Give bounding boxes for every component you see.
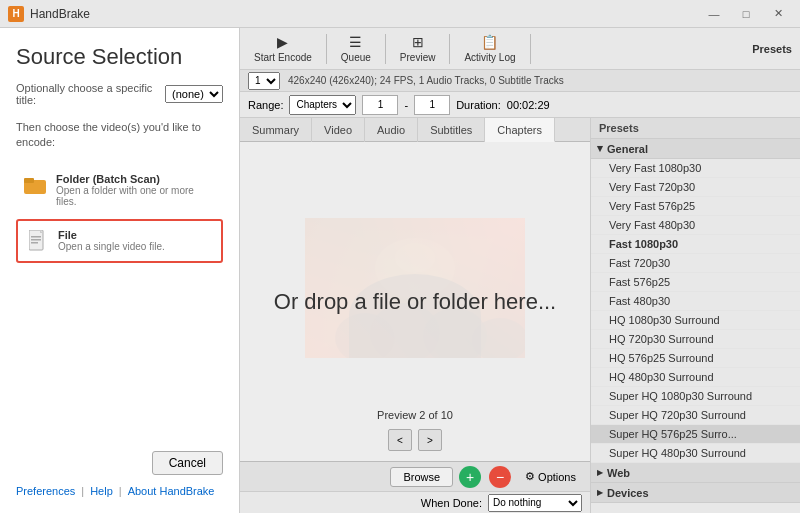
chevron-down-icon: ▾ (597, 142, 603, 155)
preset-group-general[interactable]: ▾ General (591, 139, 800, 159)
svg-rect-9 (24, 178, 34, 183)
range-type-select[interactable]: Chapters (289, 95, 356, 115)
toolbar-divider-2 (385, 34, 386, 64)
preferences-link[interactable]: Preferences (16, 485, 75, 497)
preset-fast-720p30[interactable]: Fast 720p30 (591, 254, 800, 273)
preset-group-devices[interactable]: ▸ Devices (591, 483, 800, 503)
preset-hq-480p30[interactable]: HQ 480p30 Surround (591, 368, 800, 387)
activity-log-icon: 📋 (480, 34, 500, 50)
chevron-right-icon-2: ▸ (597, 486, 603, 499)
preview-label: Preview 2 of 10 (377, 409, 453, 421)
preset-hq-1080p30[interactable]: HQ 1080p30 Surround (591, 311, 800, 330)
range-to-input[interactable] (414, 95, 450, 115)
preset-super-hq-576p25[interactable]: Super HQ 576p25 Surro... (591, 425, 800, 444)
preset-very-fast-480p30[interactable]: Very Fast 480p30 (591, 216, 800, 235)
file-icon (26, 229, 50, 253)
browse-button[interactable]: Browse (390, 467, 453, 487)
preset-fast-1080p30[interactable]: Fast 1080p30 (591, 235, 800, 254)
folder-option-title: Folder (Batch Scan) (56, 173, 215, 185)
title-select[interactable]: 1 (248, 72, 280, 90)
app-area: ▶ Start Encode ☰ Queue ⊞ Preview 📋 Activ… (240, 28, 800, 513)
folder-option-desc: Open a folder with one or more files. (56, 185, 215, 207)
start-encode-button[interactable]: ▶ Start Encode (248, 32, 318, 65)
preview-icon: ⊞ (408, 34, 428, 50)
queue-button[interactable]: ☰ Queue (335, 32, 377, 65)
source-panel: Source Selection Optionally choose a spe… (0, 28, 240, 513)
minimize-button[interactable]: — (700, 4, 728, 24)
file-info-text: 426x240 (426x240); 24 FPS, 1 Audio Track… (288, 75, 564, 86)
tab-summary[interactable]: Summary (240, 118, 312, 142)
tab-chapters[interactable]: Chapters (485, 118, 555, 142)
preview-next-button[interactable]: > (418, 429, 442, 451)
svg-rect-12 (31, 236, 41, 238)
maximize-button[interactable]: □ (732, 4, 760, 24)
preset-super-hq-480p30[interactable]: Super HQ 480p30 Surround (591, 444, 800, 463)
preset-hq-720p30[interactable]: HQ 720p30 Surround (591, 330, 800, 349)
source-specific-title: Optionally choose a specific title: (non… (16, 82, 223, 106)
content-area: Summary Video Audio Subtitles Chapters (240, 118, 800, 513)
app-icon: H (8, 6, 24, 22)
specific-title-select[interactable]: (none) (165, 85, 223, 103)
file-option-title: File (58, 229, 165, 241)
drop-text: Or drop a file or folder here... (274, 289, 556, 315)
svg-rect-13 (31, 239, 41, 241)
specific-title-label: Optionally choose a specific title: (16, 82, 159, 106)
preset-very-fast-576p25[interactable]: Very Fast 576p25 (591, 197, 800, 216)
toolbar-divider-3 (449, 34, 450, 64)
preview-section: Or drop a file or folder here... Preview… (240, 142, 590, 461)
when-done-select[interactable]: Do nothing Shutdown Sleep Quit HandBrake (488, 494, 582, 512)
bottom-right-controls: + − ⚙ Options (459, 466, 582, 488)
link-sep-1: | (81, 485, 84, 497)
app-title: HandBrake (30, 7, 90, 21)
preview-button[interactable]: ⊞ Preview (394, 32, 442, 65)
preset-group-web[interactable]: ▸ Web (591, 463, 800, 483)
preset-very-fast-720p30[interactable]: Very Fast 720p30 (591, 178, 800, 197)
add-button[interactable]: + (459, 466, 481, 488)
window-controls: — □ ✕ (700, 4, 792, 24)
source-option-folder[interactable]: Folder (Batch Scan) Open a folder with o… (16, 165, 223, 215)
preview-prev-button[interactable]: < (388, 429, 412, 451)
source-panel-title: Source Selection (16, 44, 223, 70)
when-done-bar: When Done: Do nothing Shutdown Sleep Qui… (240, 491, 590, 513)
help-link[interactable]: Help (90, 485, 113, 497)
bottom-toolbar: Browse + − ⚙ Options (240, 461, 590, 491)
preset-hq-576p25[interactable]: HQ 576p25 Surround (591, 349, 800, 368)
preset-fast-480p30[interactable]: Fast 480p30 (591, 292, 800, 311)
range-from-input[interactable] (362, 95, 398, 115)
duration-label: Duration: (456, 99, 501, 111)
file-option-desc: Open a single video file. (58, 241, 165, 252)
presets-toolbar-label: Presets (752, 43, 792, 55)
preset-super-hq-720p30[interactable]: Super HQ 720p30 Surround (591, 406, 800, 425)
tab-video[interactable]: Video (312, 118, 365, 142)
tabs-row: Summary Video Audio Subtitles Chapters (240, 118, 590, 142)
chevron-right-icon: ▸ (597, 466, 603, 479)
preset-fast-576p25[interactable]: Fast 576p25 (591, 273, 800, 292)
center-content: Summary Video Audio Subtitles Chapters (240, 118, 590, 513)
start-encode-icon: ▶ (273, 34, 293, 50)
file-info-bar: 1 426x240 (426x240); 24 FPS, 1 Audio Tra… (240, 70, 800, 92)
about-link[interactable]: About HandBrake (128, 485, 215, 497)
close-button[interactable]: ✕ (764, 4, 792, 24)
range-label: Range: (248, 99, 283, 111)
range-separator: - (404, 99, 408, 111)
remove-button[interactable]: − (489, 466, 511, 488)
cancel-button[interactable]: Cancel (152, 451, 223, 475)
range-bar: Range: Chapters - Duration: 00:02:29 (240, 92, 800, 118)
tab-subtitles[interactable]: Subtitles (418, 118, 485, 142)
gear-icon: ⚙ (525, 470, 535, 483)
preview-controls: < > (388, 429, 442, 451)
title-bar: H HandBrake — □ ✕ (0, 0, 800, 28)
presets-list: ▾ General Very Fast 1080p30 Very Fast 72… (591, 139, 800, 513)
source-option-file[interactable]: File Open a single video file. (16, 219, 223, 263)
presets-panel: Presets ▾ General Very Fast 1080p30 Very… (590, 118, 800, 513)
toolbar-divider-1 (326, 34, 327, 64)
toolbar-divider-4 (530, 34, 531, 64)
preset-super-hq-1080p30[interactable]: Super HQ 1080p30 Surround (591, 387, 800, 406)
tab-audio[interactable]: Audio (365, 118, 418, 142)
options-button[interactable]: ⚙ Options (519, 468, 582, 485)
queue-icon: ☰ (346, 34, 366, 50)
presets-header: Presets (591, 118, 800, 139)
activity-log-button[interactable]: 📋 Activity Log (458, 32, 521, 65)
preset-very-fast-1080p30[interactable]: Very Fast 1080p30 (591, 159, 800, 178)
duration-value: 00:02:29 (507, 99, 550, 111)
